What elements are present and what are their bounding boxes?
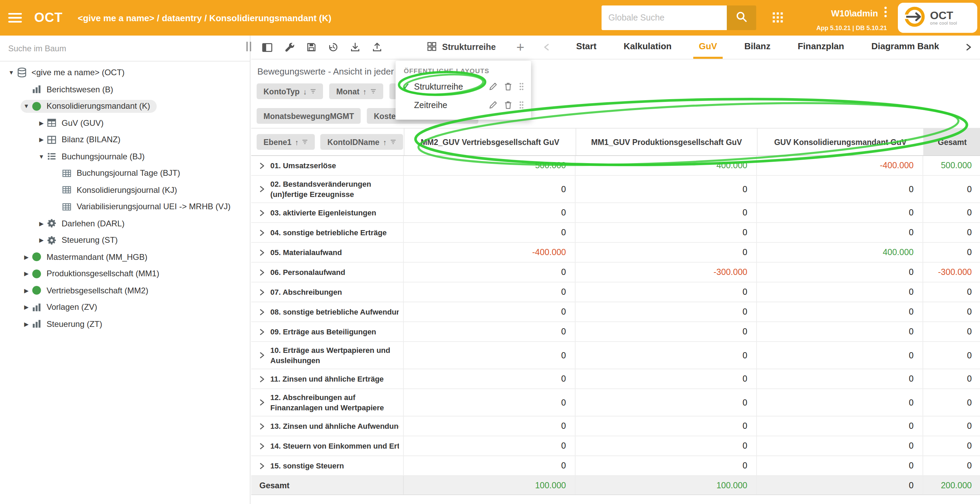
grid-table-icon — [61, 202, 73, 212]
tree-item[interactable]: ▶ Mastermandant (MM_HGB) — [0, 249, 250, 265]
expand-chevron-icon[interactable] — [258, 462, 266, 469]
tree-item[interactable]: Konsolidierungsjournal (KJ) — [0, 182, 250, 198]
brand-tagline: one cool tool — [930, 21, 957, 25]
tree-expander-icon[interactable]: ▼ — [37, 153, 46, 160]
tabs-scroll-left-icon[interactable] — [539, 36, 554, 59]
expand-chevron-icon[interactable] — [258, 308, 266, 315]
download-icon[interactable] — [348, 41, 361, 54]
tree-item[interactable]: ▶ GuV (GUV) — [0, 114, 250, 131]
table-icon — [46, 135, 57, 145]
upload-icon[interactable] — [370, 41, 383, 54]
expand-chevron-icon[interactable] — [258, 162, 266, 169]
value-cell: 0 — [576, 342, 757, 369]
grid-body: 01. Umsatzserlöse500.000400.000-400.0005… — [251, 156, 980, 476]
layout-menu-item-strukturreihe[interactable]: ✓Strukturreihe — [396, 77, 531, 96]
drag-handle-icon[interactable] — [519, 82, 524, 91]
tree-item[interactable]: ▼ <give me a name> (OCT) — [0, 64, 250, 81]
expand-chevron-icon[interactable] — [258, 352, 266, 359]
global-search-input[interactable] — [601, 5, 727, 30]
tree-expander-icon[interactable]: ▼ — [22, 103, 31, 110]
drag-handle-icon[interactable] — [519, 100, 524, 109]
tab-diagramm-bank[interactable]: Diagramm Bank — [866, 36, 944, 59]
tree-expander-icon[interactable]: ▶ — [22, 271, 31, 277]
tree-item[interactable]: ▶ Produktionsgesellschaft (MM1) — [0, 265, 250, 282]
tree-item[interactable]: ▶ Vorlagen (ZV) — [0, 299, 250, 315]
field-chip-kontoidname[interactable]: KontoIDName↑ — [321, 134, 403, 150]
tree-item[interactable]: ▼ Buchungsjournale (BJ) — [0, 148, 250, 165]
delete-trash-icon[interactable] — [504, 82, 512, 91]
tree-item[interactable]: ▶ Steuerung (ST) — [0, 232, 250, 249]
tree-expander-icon[interactable]: ▶ — [37, 136, 46, 143]
field-chip-monat[interactable]: Monat↑ — [329, 84, 383, 99]
row-label: 05. Materialaufwand — [270, 247, 342, 257]
expand-chevron-icon[interactable] — [258, 288, 266, 296]
tree-expander-icon[interactable]: ▶ — [22, 254, 31, 260]
expand-chevron-icon[interactable] — [258, 229, 266, 236]
tree-expander-icon[interactable]: ▶ — [37, 120, 46, 127]
tree-expander-icon[interactable]: ▼ — [7, 70, 16, 76]
edit-pencil-icon[interactable] — [488, 82, 498, 91]
delete-trash-icon[interactable] — [504, 100, 512, 109]
expand-chevron-icon[interactable] — [258, 185, 266, 193]
expand-chevron-icon[interactable] — [258, 375, 266, 383]
row-field-area: Ebene1↑KontoIDName↑ — [251, 128, 404, 155]
tab-start[interactable]: Start — [571, 36, 602, 59]
tree-item[interactable]: ▶ Bilanz (BILANZ) — [0, 131, 250, 148]
search-button[interactable] — [727, 5, 756, 30]
value-cell: 0 — [757, 436, 923, 455]
tabs-scroll-right-icon[interactable] — [961, 36, 976, 59]
tree-item[interactable]: ▶ Steuerung (ZT) — [0, 315, 250, 332]
kebab-menu-icon[interactable] — [884, 6, 887, 21]
sidebar-resize-handle[interactable] — [247, 42, 251, 51]
tree-search-input[interactable] — [8, 43, 242, 53]
expand-chevron-icon[interactable] — [258, 442, 266, 450]
grid-total-row: Gesamt 100.000100.0000200.000 — [251, 476, 980, 495]
tree-item-label: Produktionsgesellschaft (MM1) — [46, 269, 159, 279]
field-chip-ebene1[interactable]: Ebene1↑ — [257, 134, 315, 150]
save-icon[interactable] — [305, 41, 318, 54]
tree-expander-icon[interactable]: ▶ — [22, 321, 31, 328]
tree-item[interactable]: ▶ Vertriebsgesellschaft (MM2) — [0, 282, 250, 299]
expand-chevron-icon[interactable] — [258, 249, 266, 256]
expand-chevron-icon[interactable] — [258, 399, 266, 406]
tree-expander-icon[interactable]: ▶ — [22, 287, 31, 294]
edit-pencil-icon[interactable] — [488, 100, 498, 109]
tree-item[interactable]: Buchungsjournal Tage (BJT) — [0, 165, 250, 182]
expand-chevron-icon[interactable] — [258, 268, 266, 276]
tab-kalkulation[interactable]: Kalkulation — [618, 36, 677, 59]
layout-selector-button[interactable]: Strukturreihe — [426, 41, 496, 54]
tree-item[interactable]: Berichtswesen (B) — [0, 81, 250, 98]
value-cell: 0 — [576, 389, 757, 416]
settings-wrench-icon[interactable] — [283, 41, 296, 54]
table-row: 11. Zinsen und ähnliche Erträge0000 — [251, 369, 980, 389]
expand-chevron-icon[interactable] — [258, 209, 266, 216]
value-cell: 0 — [404, 203, 576, 222]
expand-chevron-icon[interactable] — [258, 328, 266, 336]
value-cell: 0 — [404, 322, 576, 341]
value-cell: 0 — [757, 302, 923, 322]
history-restore-icon[interactable] — [326, 41, 339, 54]
tree-item[interactable]: Variabilisierungsjournal UEI -> MRHB (VJ… — [0, 198, 250, 215]
apps-grid-icon[interactable] — [772, 12, 784, 23]
value-cell: 0 — [576, 322, 757, 341]
tab-finanzplan[interactable]: Finanzplan — [792, 36, 850, 59]
global-search — [601, 5, 756, 30]
layout-menu-item-zeitreihe[interactable]: Zeitreihe — [396, 96, 531, 114]
field-chip-monatsbewegungmgmt[interactable]: MonatsbewegungMGMT — [257, 108, 361, 124]
hamburger-menu-icon[interactable] — [8, 12, 22, 23]
expand-chevron-icon[interactable] — [258, 422, 266, 430]
add-layout-button[interactable]: + — [516, 40, 524, 54]
field-chip-kontotyp[interactable]: KontoTyp↓ — [257, 84, 323, 99]
tree-expander-icon[interactable]: ▶ — [37, 237, 46, 244]
tree-item[interactable]: ▶ Darlehen (DARL) — [0, 215, 250, 232]
check-icon: ✓ — [402, 81, 414, 92]
row-label: 09. Erträge aus Beteiligungen — [270, 327, 376, 337]
tree-expander-icon[interactable]: ▶ — [22, 304, 31, 311]
row-label-cell: 14. Steuern von Einkommen und Ertrag — [251, 436, 404, 455]
tree-item[interactable]: ▼ Konsolidierungsmandant (K) — [0, 98, 250, 114]
toggle-panel-icon[interactable] — [261, 41, 274, 54]
tab-guv[interactable]: GuV — [693, 36, 722, 59]
tab-bilanz[interactable]: Bilanz — [739, 36, 776, 59]
tree-expander-icon[interactable]: ▶ — [37, 220, 46, 227]
tab-bar: StartKalkulationGuVBilanzFinanzplanDiagr… — [539, 36, 980, 59]
